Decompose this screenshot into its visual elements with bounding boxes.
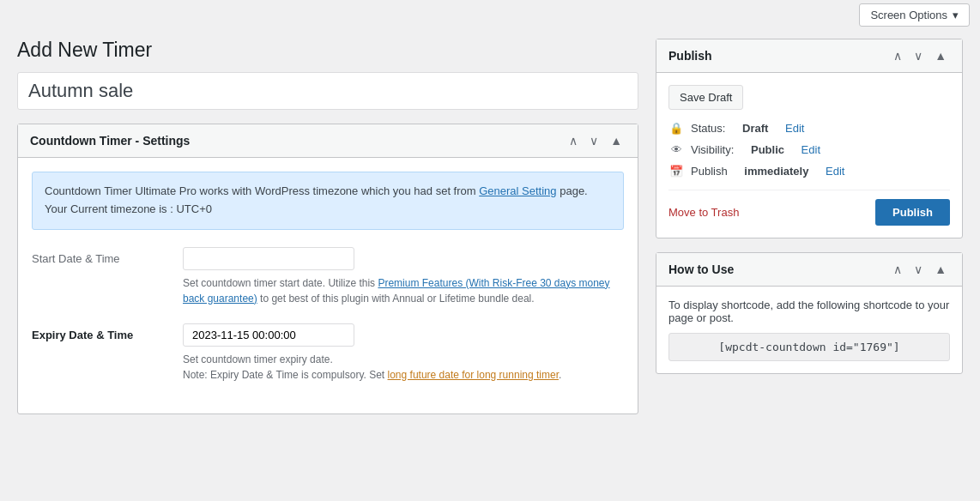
shortcode-display[interactable]: [wpcdt-countdown id="1769"]	[668, 333, 950, 361]
publish-box-title: Publish	[668, 49, 712, 63]
screen-options-chevron-icon: ▾	[953, 9, 959, 21]
how-to-use-toggle-button[interactable]: ▲	[931, 262, 950, 277]
main-wrap: Add New Timer Countdown Timer - Settings…	[0, 30, 980, 432]
publish-meta: 🔒 Status: Draft Edit 👁 Visibility: Publi…	[668, 122, 950, 178]
settings-toggle-button[interactable]: ▲	[607, 133, 626, 148]
publish-time-label: Publish	[691, 165, 728, 178]
start-date-input[interactable]	[183, 247, 354, 270]
status-row: 🔒 Status: Draft Edit	[668, 122, 950, 135]
publish-time-row: 📅 Publish immediately Edit	[668, 165, 950, 178]
visibility-label: Visibility:	[691, 143, 734, 156]
publish-header-controls: ∧ ∨ ▲	[890, 48, 950, 63]
info-text-3: Your Current timezone is : UTC+0	[45, 202, 212, 215]
publish-button[interactable]: Publish	[875, 199, 950, 226]
settings-collapse-down-button[interactable]: ∨	[586, 133, 602, 148]
timezone-info-box: Countdown Timer Ultimate Pro works with …	[32, 172, 624, 230]
settings-header: Countdown Timer - Settings ∧ ∨ ▲	[18, 124, 638, 158]
start-date-label: Start Date & Time	[32, 247, 169, 265]
how-to-use-box: How to Use ∧ ∨ ▲ To display shortcode, a…	[656, 252, 963, 374]
screen-options-button[interactable]: Screen Options ▾	[859, 3, 970, 27]
move-to-trash-link[interactable]: Move to Trash	[668, 206, 739, 219]
save-draft-button[interactable]: Save Draft	[668, 85, 743, 110]
start-date-row: Start Date & Time Set countdown timer st…	[32, 247, 624, 306]
left-column: Add New Timer Countdown Timer - Settings…	[17, 39, 638, 414]
info-text-1: Countdown Timer Ultimate Pro works with …	[45, 184, 479, 197]
publish-time-edit-link[interactable]: Edit	[826, 165, 844, 178]
how-to-use-title: How to Use	[668, 263, 734, 276]
how-to-use-text: To display shortcode, add the following …	[668, 299, 950, 324]
status-edit-link[interactable]: Edit	[785, 122, 804, 135]
status-value: Draft	[742, 122, 768, 135]
expiry-date-field: Set countdown timer expiry date. Note: E…	[183, 323, 624, 383]
visibility-row: 👁 Visibility: Public Edit	[668, 143, 950, 156]
publish-collapse-down-button[interactable]: ∨	[910, 48, 926, 63]
how-to-use-body: To display shortcode, add the following …	[656, 287, 962, 373]
expiry-date-input[interactable]	[183, 323, 354, 347]
how-to-use-header: How to Use ∧ ∨ ▲	[656, 253, 962, 287]
start-date-hint-1: Set countdown timer start date. Utilize …	[183, 277, 378, 289]
page-title: Add New Timer	[17, 39, 638, 62]
settings-body: Countdown Timer Ultimate Pro works with …	[18, 158, 638, 413]
publish-box: Publish ∧ ∨ ▲ Save Draft 🔒 Status: Draft…	[656, 39, 963, 238]
publish-time-value: immediately	[744, 165, 808, 178]
start-date-hint-2: to get best of this plugin with Annual o…	[257, 293, 535, 305]
how-to-use-collapse-down-button[interactable]: ∨	[910, 262, 926, 277]
visibility-value: Public	[751, 143, 784, 156]
publish-toggle-button[interactable]: ▲	[931, 48, 950, 63]
publish-actions: Move to Trash Publish	[668, 190, 950, 226]
expiry-date-hint: Set countdown timer expiry date. Note: E…	[183, 352, 624, 383]
publish-box-body: Save Draft 🔒 Status: Draft Edit 👁 Visibi…	[656, 73, 962, 238]
start-date-hint: Set countdown timer start date. Utilize …	[183, 275, 624, 306]
long-future-date-link[interactable]: long future date for long running timer	[388, 369, 559, 381]
status-label: Status:	[691, 122, 725, 135]
publish-collapse-up-button[interactable]: ∧	[890, 48, 905, 63]
settings-box: Countdown Timer - Settings ∧ ∨ ▲ Countdo…	[17, 124, 638, 414]
lock-icon: 🔒	[668, 122, 684, 135]
settings-title: Countdown Timer - Settings	[30, 134, 190, 148]
expiry-date-label: Expiry Date & Time	[32, 323, 169, 341]
post-title-input[interactable]	[17, 72, 638, 110]
calendar-icon: 📅	[668, 165, 684, 178]
info-text-2: page.	[557, 184, 588, 197]
expiry-hint-1: Set countdown timer expiry date.	[183, 353, 333, 365]
top-bar: Screen Options ▾	[0, 0, 980, 30]
publish-box-header: Publish ∧ ∨ ▲	[656, 39, 962, 73]
settings-header-controls: ∧ ∨ ▲	[566, 133, 626, 148]
settings-collapse-up-button[interactable]: ∧	[566, 133, 581, 148]
general-setting-link[interactable]: General Setting	[479, 184, 556, 197]
eye-icon: 👁	[668, 143, 684, 156]
how-to-use-collapse-up-button[interactable]: ∧	[890, 262, 905, 277]
how-to-use-controls: ∧ ∨ ▲	[890, 262, 950, 277]
visibility-edit-link[interactable]: Edit	[802, 143, 820, 156]
start-date-field: Set countdown timer start date. Utilize …	[183, 247, 624, 306]
expiry-hint-2: Note: Expiry Date & Time is compulsory. …	[183, 369, 388, 381]
right-sidebar: Publish ∧ ∨ ▲ Save Draft 🔒 Status: Draft…	[656, 39, 963, 388]
screen-options-label: Screen Options	[870, 9, 947, 21]
expiry-date-row: Expiry Date & Time Set countdown timer e…	[32, 323, 624, 383]
